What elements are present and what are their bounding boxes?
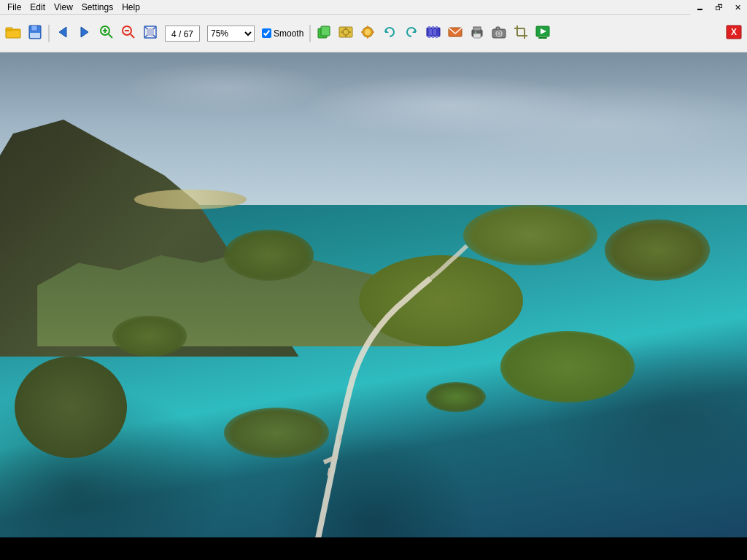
menu-settings[interactable]: Settings [77,1,117,14]
forward-button[interactable] [74,23,95,44]
zoom-out-icon [121,25,136,42]
image-area [0,52,747,559]
svg-rect-61 [538,37,547,39]
print-icon [470,25,484,42]
svg-rect-40 [436,26,438,28]
island-3 [605,219,709,280]
bottom-black-bar [0,537,747,559]
menu-help[interactable]: Help [117,1,144,14]
slideshow-button[interactable] [533,23,553,44]
svg-line-11 [109,34,112,38]
svg-point-30 [365,29,371,35]
svg-rect-54 [496,27,500,30]
email-icon [448,25,462,42]
island-5 [500,331,635,402]
crop-icon [514,25,528,42]
island-4 [359,255,523,346]
landscape-image [0,52,747,559]
effects-button[interactable] [357,23,378,44]
email-button[interactable] [445,23,465,44]
svg-text:X: X [731,27,737,37]
svg-rect-45 [433,29,436,35]
island-6 [15,357,127,458]
separator-1 [48,25,50,42]
zoom-out-button[interactable] [118,23,139,44]
minimize-button[interactable]: 🗕 [690,0,709,15]
svg-rect-16 [147,28,154,36]
svg-rect-43 [436,36,438,38]
effects-icon [360,25,375,42]
copy-button[interactable] [314,23,334,44]
close-button[interactable]: ✕ [728,0,747,15]
beach [134,190,247,210]
svg-marker-36 [412,29,416,33]
svg-rect-39 [432,26,434,28]
svg-rect-42 [432,36,434,38]
zoom-select[interactable]: 25% 50% 75% 100% 150% 200% Fit Fill [207,26,255,42]
menu-view[interactable]: View [50,1,77,14]
smooth-checkbox[interactable] [262,28,271,38]
save-button[interactable] [25,23,45,44]
forward-icon [77,25,92,42]
back-button[interactable] [53,23,73,44]
island-2 [463,205,597,265]
svg-rect-22 [321,26,330,36]
menu-edit[interactable]: Edit [26,1,50,14]
rotate-left-button[interactable] [379,23,400,44]
svg-rect-2 [6,29,20,31]
fit-button[interactable] [140,23,160,44]
print-button[interactable] [467,23,487,44]
slideshow-icon [535,25,550,42]
svg-rect-41 [428,36,430,38]
svg-rect-38 [428,26,430,28]
svg-rect-50 [475,31,476,33]
svg-rect-5 [30,33,40,38]
nav-display: 4 / 67 [165,26,200,42]
island-7 [112,316,187,357]
window-controls: 🗕 🗗 ✕ [690,0,747,15]
exit-icon: X [726,25,742,42]
svg-point-53 [498,32,500,35]
svg-line-14 [131,34,134,38]
smooth-area: Smooth [262,28,303,39]
crop-button[interactable] [511,23,531,44]
properties-icon [338,25,353,42]
copy-icon [317,25,331,42]
filmstrip-icon [426,25,441,42]
svg-rect-44 [429,29,432,35]
filmstrip-button[interactable] [423,23,444,44]
svg-rect-48 [473,27,481,31]
open-button[interactable] [3,23,23,44]
open-icon [5,24,21,42]
smooth-label[interactable]: Smooth [274,28,303,39]
properties-button[interactable] [336,23,356,44]
svg-rect-49 [473,34,481,38]
nav-counter: 4 / 67 [165,26,200,42]
svg-marker-35 [385,29,389,33]
exit-button[interactable]: X [724,23,744,44]
svg-marker-6 [59,27,66,37]
camera-button[interactable] [489,23,509,44]
separator-2 [309,25,311,42]
svg-marker-7 [81,27,88,37]
rotate-right-button[interactable] [401,23,422,44]
rotate-left-icon [382,25,397,42]
menu-bar: File Edit View Settings Help 🗕 🗗 ✕ [0,0,747,15]
fit-icon [143,25,158,42]
rotate-right-icon [404,25,419,42]
island-8 [224,408,328,459]
back-icon [55,25,70,42]
restore-button[interactable]: 🗗 [709,0,728,15]
island-9 [426,382,486,413]
menu-file[interactable]: File [3,1,26,14]
island-1 [224,230,314,281]
camera-icon [492,25,506,42]
toolbar: 4 / 67 25% 50% 75% 100% 150% 200% Fit Fi… [0,15,747,52]
zoom-in-button[interactable] [96,23,117,44]
svg-rect-4 [31,26,37,31]
zoom-in-icon [99,25,114,42]
save-icon [28,25,42,42]
